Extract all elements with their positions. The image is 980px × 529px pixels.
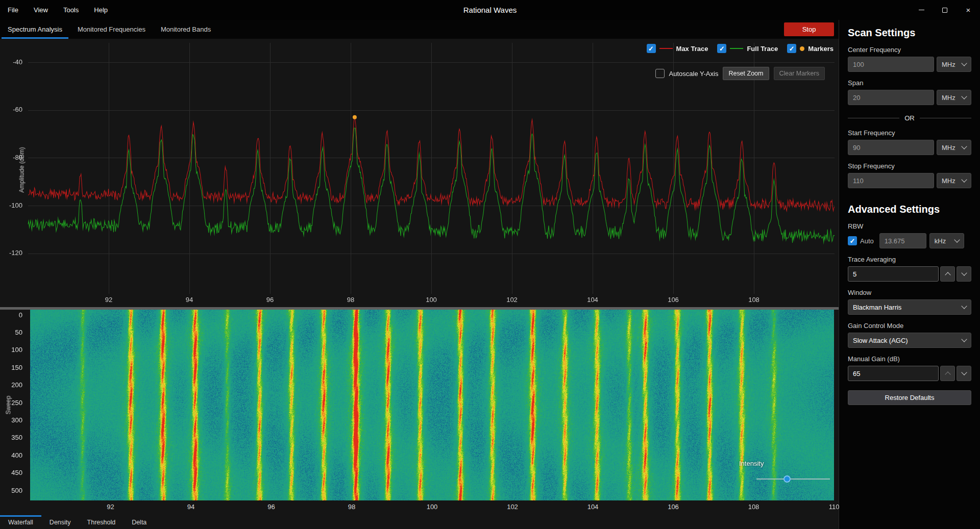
stop-frequency-unit: MHz [942,177,955,185]
waterfall-x-tick-label: 98 [348,503,355,511]
rbw-label: RBW [848,222,971,230]
center-frequency-label: Center Frequency [848,46,971,54]
intensity-slider-track[interactable] [756,478,830,480]
tab-monitored-frequencies[interactable]: Monitored Frequencies [70,20,153,39]
stop-button[interactable]: Stop [784,22,834,36]
menu-help[interactable]: Help [86,0,115,20]
waterfall-region: Sweep Intensity [0,310,839,500]
advanced-settings-title: Advanced Settings [848,204,971,215]
intensity-slider[interactable] [756,475,830,483]
span-unit: MHz [942,94,955,102]
rbw-input[interactable] [879,233,926,248]
chevron-down-icon [954,237,960,242]
chevron-down-icon [961,60,967,66]
scan-settings-title: Scan Settings [848,27,971,39]
trace-averaging-increment-button[interactable] [940,266,955,282]
intensity-control: Intensity [739,460,830,483]
titlebar: File View Tools Help Rational Waves × [0,0,980,20]
autoscale-checkbox[interactable] [655,69,665,78]
marker-dot-icon [800,46,804,51]
window-label: Window [848,289,971,296]
minimize-icon [919,10,924,10]
tab-waterfall[interactable]: Waterfall [0,515,41,529]
waterfall-x-axis: 92949698100102104106108110 [0,500,839,515]
divider-line [920,118,971,118]
tab-delta[interactable]: Delta [124,515,155,529]
menu-view[interactable]: View [26,0,56,20]
manual-gain-increment-button[interactable] [940,366,955,381]
full-trace-toggle: ✓ Full Trace [717,44,778,53]
intensity-slider-thumb[interactable] [783,475,791,483]
page-title: Rational Waves [0,6,980,14]
waterfall-y-axis-label: Sweep [5,396,12,415]
waterfall-heatmap[interactable] [0,310,839,500]
intensity-label: Intensity [739,460,830,467]
menu-bar: File View Tools Help [0,0,115,20]
stop-frequency-input[interactable] [848,173,934,188]
gain-control-mode-dropdown[interactable]: Slow Attack (AGC) [848,333,971,348]
waterfall-x-tick-label: 92 [107,503,114,511]
markers-label: Markers [808,45,834,53]
start-frequency-unit: MHz [942,144,955,152]
chevron-up-icon [945,371,950,377]
restore-defaults-button[interactable]: Restore Defaults [848,390,971,405]
tab-spectrum-analysis[interactable]: Spectrum Analysis [0,20,70,39]
tab-density[interactable]: Density [41,515,79,529]
max-trace-label: Max Trace [676,45,708,53]
trace-averaging-decrement-button[interactable] [957,266,971,282]
window-dropdown[interactable]: Blackman Harris [848,299,971,315]
markers-checkbox[interactable]: ✓ [787,44,796,53]
span-input[interactable] [848,90,934,105]
manual-gain-label: Manual Gain (dB) [848,355,971,363]
start-frequency-unit-dropdown[interactable]: MHz [937,140,971,155]
waterfall-x-tick-label: 104 [587,503,599,511]
start-frequency-input[interactable] [848,140,934,155]
center-frequency-input[interactable] [848,57,934,72]
max-trace-toggle: ✓ Max Trace [647,44,708,53]
start-frequency-label: Start Frequency [848,129,971,137]
trace-averaging-input[interactable] [848,266,939,282]
check-icon: ✓ [789,45,795,52]
center-frequency-unit-dropdown[interactable]: MHz [937,57,971,72]
close-icon: × [966,6,971,14]
tab-threshold[interactable]: Threshold [79,515,124,529]
check-icon: ✓ [648,45,654,52]
manual-gain-decrement-button[interactable] [957,366,971,381]
scan-settings-panel: Scan Settings Center Frequency MHz Span … [839,20,980,529]
main-area: Spectrum Analysis Monitored Frequencies … [0,20,839,529]
max-trace-line-icon [659,48,673,49]
rbw-auto-label: Auto [860,237,874,245]
waterfall-x-tick-label: 102 [507,503,518,511]
stop-frequency-unit-dropdown[interactable]: MHz [937,173,971,188]
center-frequency-unit: MHz [942,61,955,68]
markers-toggle: ✓ Markers [787,44,834,53]
chevron-down-icon [961,303,967,309]
menu-file[interactable]: File [0,0,26,20]
maximize-button[interactable] [933,0,957,20]
minimize-button[interactable] [910,0,933,20]
chevron-up-icon [945,272,950,278]
tab-monitored-bands[interactable]: Monitored Bands [153,20,218,39]
clear-markers-button[interactable]: Clear Markers [774,67,825,80]
rbw-auto-checkbox[interactable]: ✓ [848,236,857,245]
restore-icon [942,8,947,13]
reset-zoom-button[interactable]: Reset Zoom [723,67,769,80]
or-divider: OR [848,114,971,122]
waterfall-x-tick-label: 106 [668,503,679,511]
span-label: Span [848,79,971,87]
rbw-unit-dropdown[interactable]: kHz [929,233,964,248]
trace-averaging-label: Trace Averaging [848,256,971,263]
spectrum-chart-region: Amplitude (dBm) ✓ Max Trace ✓ Full Trace… [0,39,839,307]
manual-gain-input[interactable] [848,366,939,381]
waterfall-x-tick-label: 108 [748,503,760,511]
max-trace-checkbox[interactable]: ✓ [647,44,656,53]
chevron-down-icon [961,270,967,275]
close-button[interactable]: × [957,0,980,20]
autoscale-label: Autoscale Y-Axis [669,70,719,78]
check-icon: ✓ [850,238,855,244]
span-unit-dropdown[interactable]: MHz [937,90,971,105]
stop-frequency-label: Stop Frequency [848,162,971,170]
menu-tools[interactable]: Tools [56,0,86,20]
full-trace-label: Full Trace [747,45,778,53]
full-trace-checkbox[interactable]: ✓ [717,44,726,53]
